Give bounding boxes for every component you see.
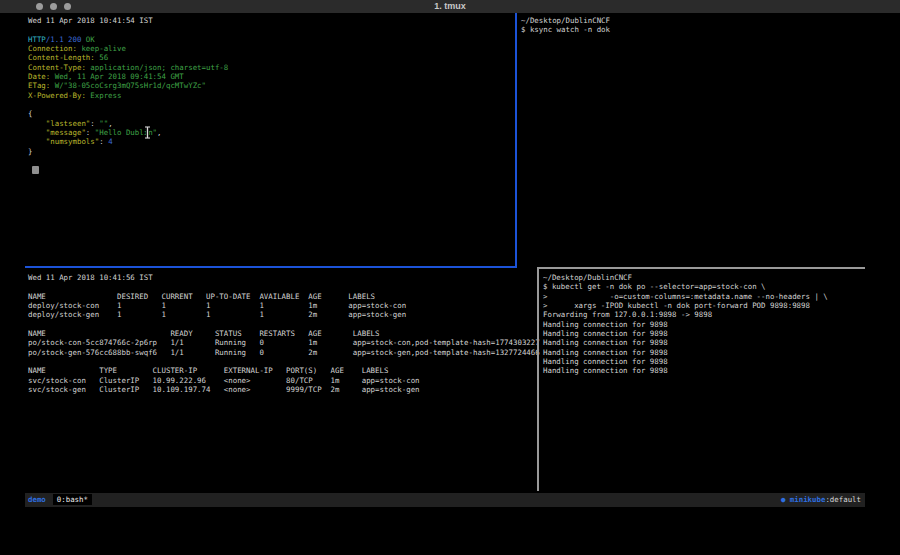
terminal-line: ~/Desktop/DublinCNCF [521,16,865,25]
terminal-line: ~/Desktop/DublinCNCF [543,273,865,282]
terminal-line: Handling connection for 9898 [543,357,865,366]
window-titlebar: 1. tmux [0,0,900,13]
pane-ksync-watch[interactable]: ~/Desktop/DublinCNCF$ ksync watch -n dok [521,16,865,262]
terminal-line: { [28,109,514,118]
terminal-line [28,282,535,291]
pane-border-vertical-active[interactable] [515,13,517,268]
terminal-line: Handling connection for 9898 [543,338,865,347]
terminal-line: "numsymbols": 4 [28,137,514,146]
terminal-line: Handling connection for 9898 [543,366,865,375]
terminal-line: Connection: keep-alive [28,44,514,53]
terminal-line: Wed 11 Apr 2018 10:41:54 IST [28,16,514,25]
terminal-line: Handling connection for 9898 [543,329,865,338]
terminal-line: po/stock-gen-576cc688bb-swqf6 1/1 Runnin… [28,348,535,357]
terminal-line: Handling connection for 9898 [543,320,865,329]
terminal-line: $ kubectl get -n dok po --selector=app=s… [543,282,865,291]
terminal-line: Content-Length: 56 [28,53,514,62]
terminal-block-cursor [32,166,39,174]
terminal-line: NAME DESIRED CURRENT UP-TO-DATE AVAILABL… [28,292,535,301]
mouse-ibeam-cursor [143,124,152,137]
tmux-window-item[interactable]: 0:bash* [53,494,92,505]
tmux-status-bar: demo0:bash* ● minikube:default [25,493,865,507]
terminal-line: NAME TYPE CLUSTER-IP EXTERNAL-IP PORT(S)… [28,366,535,375]
terminal-line: Wed 11 Apr 2018 10:41:56 IST [28,273,535,282]
terminal-line: Forwarding from 127.0.0.1:9898 -> 9898 [543,310,865,319]
terminal-line: X-Powered-By: Express [28,91,514,100]
pane-port-forward[interactable]: ~/Desktop/DublinCNCF$ kubectl get -n dok… [543,273,865,489]
terminal-line: $ ksync watch -n dok [521,25,865,34]
pane-kubectl-watch[interactable]: Wed 11 Apr 2018 10:41:56 ISTNAME DESIRED… [28,273,535,489]
terminal-line: deploy/stock-gen 1 1 1 1 2m app=stock-ge… [28,310,535,319]
pane-border-vertical[interactable] [537,267,539,491]
kube-context-label: minikube [790,495,826,504]
window-title: 1. tmux [0,1,900,11]
tmux-session-name: demo [28,495,46,504]
terminal-line [28,320,535,329]
terminal-line: po/stock-con-5cc874766c-2p6rp 1/1 Runnin… [28,338,535,347]
kube-namespace-label: :default [825,495,861,504]
terminal-line: HTTP/1.1 200 OK [28,35,514,44]
terminal-line [28,25,514,34]
pane-border-horizontal[interactable] [539,267,865,269]
terminal-line: svc/stock-con ClusterIP 10.99.222.96 <no… [28,376,535,385]
terminal-line: ETag: W/"38-05coCsrg3mQ75sHr1d/qcMTwYZc" [28,81,514,90]
terminal-line: "message": "Hello Dublin", [28,128,514,137]
terminal-line: "lastseen": "", [28,119,514,128]
pane-http-response[interactable]: Wed 11 Apr 2018 10:41:54 ISTHTTP/1.1 200… [28,16,514,262]
terminal-line: Date: Wed, 11 Apr 2018 09:41:54 GMT [28,72,514,81]
pane-border-horizontal-active[interactable] [25,266,517,268]
terminal-line: deploy/stock-con 1 1 1 1 1m app=stock-co… [28,301,535,310]
tmux-status-right: ● minikube:default [781,493,861,507]
terminal-line: } [28,147,514,156]
kubernetes-icon: ● [781,495,785,504]
terminal-line: svc/stock-gen ClusterIP 10.109.197.74 <n… [28,385,535,394]
terminal-line: NAME READY STATUS RESTARTS AGE LABELS [28,329,535,338]
terminal-line: > -o=custom-columns=:metadata.name --no-… [543,292,865,301]
terminal-line [28,357,535,366]
terminal-line: Content-Type: application/json; charset=… [28,63,514,72]
terminal-screen: 1. tmux Wed 11 Apr 2018 10:41:54 ISTHTTP… [0,0,900,555]
terminal-line [28,100,514,109]
terminal-line: Handling connection for 9898 [543,348,865,357]
terminal-line: > xargs -IPOD kubectl -n dok port-forwar… [543,301,865,310]
